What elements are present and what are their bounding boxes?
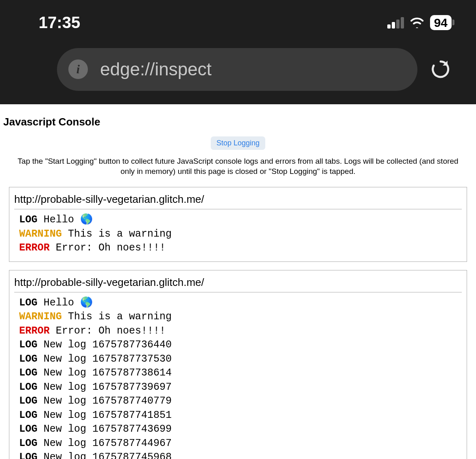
page-title: Javascript Console [3,116,473,128]
log-level: ERROR [19,325,50,337]
log-level: LOG [19,214,37,226]
log-entry: WARNING This is a warning [19,228,462,241]
log-message: This is a warning [62,228,172,240]
log-source-url: http://probable-silly-vegetarian.glitch.… [14,192,462,209]
log-level: LOG [19,395,37,407]
browser-chrome: 17:35 94 i edge://inspect [0,0,476,104]
log-entry: LOG New log 1675787736440 [19,338,462,352]
log-message: Error: Oh noes!!!! [50,325,166,337]
address-url: edge://inspect [100,59,212,79]
log-source-url: http://probable-silly-vegetarian.glitch.… [14,275,462,292]
log-entry: LOG New log 1675787737530 [19,353,462,366]
cellular-icon [387,16,404,29]
log-message: New log 1675787743699 [37,423,172,435]
log-level: LOG [19,409,37,421]
log-entry: LOG New log 1675787744967 [19,437,462,450]
log-level: ERROR [19,242,50,254]
log-entry: LOG New log 1675787743699 [19,423,462,436]
log-entry: LOG Hello 🌎 [19,213,462,227]
log-level: LOG [19,353,37,365]
site-info-icon[interactable]: i [68,59,88,79]
log-level: LOG [19,437,37,449]
reload-button[interactable] [430,58,452,80]
log-message: Hello 🌎 [37,214,93,226]
log-entry: LOG New log 1675787745968 [19,451,462,459]
log-entry: LOG New log 1675787740779 [19,395,462,408]
log-message: New log 1675787739697 [37,381,172,393]
log-message: New log 1675787737530 [37,353,172,365]
log-level: LOG [19,423,37,435]
log-message: New log 1675787736440 [37,339,172,351]
page-content: Javascript Console Stop Logging Tap the … [0,104,476,459]
log-message: This is a warning [62,311,172,323]
log-entry: ERROR Error: Oh noes!!!! [19,242,462,255]
log-level: WARNING [19,311,62,323]
log-message: New log 1675787738614 [37,367,172,379]
wifi-icon [410,17,424,28]
log-message: New log 1675787745968 [37,451,172,459]
status-right: 94 [387,15,452,30]
battery-indicator: 94 [430,15,452,30]
log-message: New log 1675787741851 [37,409,172,421]
instructions-text: Tap the "Start Logging" button to collec… [3,156,473,176]
log-entry: LOG New log 1675787741851 [19,409,462,422]
log-panel: http://probable-silly-vegetarian.glitch.… [9,187,467,262]
log-entry: LOG New log 1675787739697 [19,381,462,394]
status-time: 17:35 [39,13,80,32]
log-level: LOG [19,339,37,351]
status-bar: 17:35 94 [0,0,476,45]
log-entry: ERROR Error: Oh noes!!!! [19,325,462,338]
log-message: New log 1675787740779 [37,395,172,407]
log-level: LOG [19,451,37,459]
log-entries: LOG Hello 🌎WARNING This is a warningERRO… [14,213,462,255]
log-message: Hello 🌎 [37,297,93,309]
log-level: LOG [19,367,37,379]
log-entry: LOG New log 1675787738614 [19,367,462,380]
log-entries: LOG Hello 🌎WARNING This is a warningERRO… [14,296,462,459]
log-entry: WARNING This is a warning [19,310,462,324]
log-level: LOG [19,297,37,309]
log-entry: LOG Hello 🌎 [19,296,462,310]
address-bar[interactable]: i edge://inspect [57,48,417,91]
log-message: Error: Oh noes!!!! [50,242,166,254]
stop-logging-button[interactable]: Stop Logging [211,136,265,150]
log-level: WARNING [19,228,62,240]
log-message: New log 1675787744967 [37,437,172,449]
address-row: i edge://inspect [0,45,476,94]
log-level: LOG [19,381,37,393]
log-panel: http://probable-silly-vegetarian.glitch.… [9,270,467,459]
